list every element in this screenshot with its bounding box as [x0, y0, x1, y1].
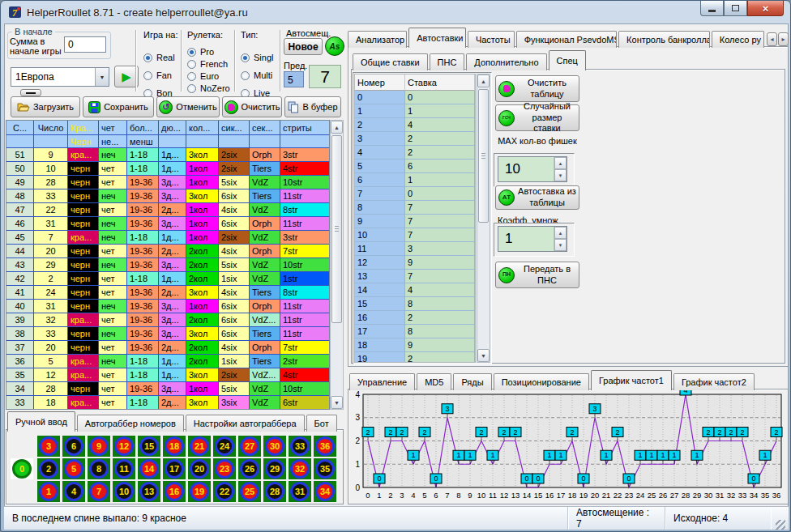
bet-table-row[interactable]: 70 [355, 187, 475, 201]
bet-table-row[interactable]: 56 [355, 160, 475, 173]
input-tab-0[interactable]: Ручной ввод [7, 411, 75, 432]
roulette-number-3[interactable]: 3 [37, 436, 60, 457]
roulette-number-30[interactable]: 30 [263, 436, 286, 457]
chart-tab-4[interactable]: График частот1 [591, 370, 672, 390]
roulette-number-15[interactable]: 15 [138, 436, 160, 457]
roulette-number-12[interactable]: 12 [113, 436, 135, 457]
load-button[interactable]: Загрузить [11, 96, 80, 117]
table-row[interactable]: 4722чернчет19-362д...1кол4sixVdZ8str [6, 203, 329, 217]
table-row[interactable]: 3720чернчет19-362д...2кол4sixOrph7str [6, 341, 329, 355]
autobets-subtab-1[interactable]: ПНС [430, 53, 465, 70]
roulette-number-28[interactable]: 28 [263, 481, 286, 502]
table-row[interactable]: 4124чернчет19-362д...3кол4sixTiers8str [6, 286, 329, 300]
roulette-number-35[interactable]: 35 [314, 458, 336, 479]
roulette-number-9[interactable]: 9 [88, 436, 110, 457]
table-row[interactable]: 5010чернчет1-181д...1кол2sixTiers4str [6, 162, 329, 176]
tab-scroll-right-button[interactable]: ▸ [778, 32, 789, 46]
roulette-number-2[interactable]: 2 [37, 458, 60, 479]
input-tab-1[interactable]: Автограббер номеров [77, 415, 184, 432]
bet-table-row[interactable]: 113 [355, 242, 475, 256]
bet-table-row[interactable]: 42 [355, 146, 475, 160]
autobets-subtab-0[interactable]: Общие ставки [353, 53, 428, 70]
roulette-number-24[interactable]: 24 [213, 436, 236, 457]
chart-tab-0[interactable]: Управление [349, 373, 415, 390]
radio-singl[interactable]: Singl [241, 53, 273, 62]
analyzer-tab-5[interactable]: Колесо ру [712, 31, 764, 48]
chart-tab-2[interactable]: Ряды [453, 373, 491, 390]
input-tab-3[interactable]: Бот [306, 415, 337, 432]
title-bar[interactable]: 7 HelperRoullet 8.71 - create helperroul… [1, 1, 790, 23]
bet-table-row[interactable]: 178 [355, 325, 475, 338]
roulette-number-10[interactable]: 10 [113, 481, 135, 502]
chart-tab-3[interactable]: Позиционирование [494, 373, 589, 390]
roulette-number-23[interactable]: 23 [213, 458, 236, 479]
maximize-button[interactable] [724, 1, 747, 16]
roulette-number-31[interactable]: 31 [289, 481, 311, 502]
bet-table-row[interactable]: 129 [355, 256, 475, 270]
bet-table-row[interactable]: 97 [355, 215, 475, 228]
roulette-number-16[interactable]: 16 [163, 481, 186, 502]
analyzer-tab-3[interactable]: Функционал PsevdoMS [516, 31, 617, 48]
table-row[interactable]: 457кра...неч1-181д...1кол2sixVdZ3str [6, 231, 329, 245]
roulette-number-25[interactable]: 25 [238, 481, 261, 502]
copy-to-buffer-button[interactable]: В буфер [284, 96, 341, 117]
autobets-subtab-2[interactable]: Дополнительно [466, 53, 546, 70]
roulette-number-33[interactable]: 33 [289, 436, 311, 457]
max-chips-value[interactable]: 10 [498, 157, 554, 181]
scroll-thumb[interactable] [331, 135, 342, 323]
bet-table-row[interactable]: 61 [355, 173, 475, 187]
table-row[interactable]: 422чернчет1-181д...2кол1sixVdZ1str [6, 272, 329, 286]
scroll-down-button[interactable]: ▼ [477, 349, 490, 362]
stepper-down-button[interactable]: ▼ [554, 239, 567, 251]
bet-table-row[interactable]: 144 [355, 283, 475, 297]
roulette-number-1[interactable]: 1 [37, 481, 60, 502]
chart-tab-1[interactable]: MD5 [417, 373, 451, 390]
roulette-number-26[interactable]: 26 [238, 458, 261, 479]
radio-pro[interactable]: Pro [187, 47, 230, 57]
table-row[interactable]: 3932кра...чет19-363д...2кол6sixVdZ...11s… [6, 313, 329, 327]
send-to-pns-button[interactable]: ПН Передать в ПНС [495, 262, 579, 288]
table-row[interactable]: 4031черннеч19-363д...1кол6sixOrph11str [6, 300, 329, 313]
coef-stepper[interactable]: 1 ▲▼ [498, 226, 567, 252]
game-select[interactable]: 1Европа ▼ [11, 67, 109, 87]
radio-fan[interactable]: Fan [143, 70, 177, 80]
scroll-up-button[interactable]: ▲ [331, 121, 343, 134]
start-sum-input[interactable] [64, 36, 106, 53]
bet-table-row[interactable]: 189 [355, 338, 475, 352]
roulette-number-34[interactable]: 34 [314, 481, 336, 502]
roulette-number-32[interactable]: 32 [289, 458, 311, 479]
roulette-number-36[interactable]: 36 [314, 436, 336, 457]
roulette-number-14[interactable]: 14 [138, 458, 160, 479]
roulette-number-19[interactable]: 19 [188, 481, 211, 502]
table-row[interactable]: 3428чернчет19-363д...1кол5sixVdZ10str [6, 382, 329, 396]
bet-table-row[interactable]: 87 [355, 201, 475, 215]
roulette-number-21[interactable]: 21 [188, 436, 211, 457]
table-row[interactable]: 3833черннеч19-363д...3кол6sixTiers11str [6, 327, 329, 341]
roulette-number-0[interactable]: 0 [11, 458, 33, 479]
tab-scroll-left-button[interactable]: ◂ [767, 32, 777, 46]
bet-table-scrollbar[interactable]: ▲ ▼ [477, 74, 490, 363]
bet-table-row[interactable]: 158 [355, 297, 475, 311]
radio-multi[interactable]: Multi [241, 70, 273, 80]
new-button[interactable]: Новое [284, 38, 323, 55]
bet-table-row[interactable]: 32 [355, 132, 475, 146]
roulette-number-13[interactable]: 13 [138, 481, 160, 502]
coef-value[interactable]: 1 [498, 227, 554, 251]
table-row[interactable]: 3512кра...чет1-181д...3кол2sixVdZ...4str [6, 368, 329, 382]
autobet-from-table-button[interactable]: АТ Автоставка из таблицы [495, 185, 579, 210]
table-row[interactable]: 4631черннеч19-363д...1кол6sixOrph11str [6, 217, 329, 231]
analyzer-tab-4[interactable]: Контроль банкролла [618, 31, 710, 48]
roulette-number-7[interactable]: 7 [88, 481, 110, 502]
autoshift-as-icon[interactable]: As [325, 36, 344, 56]
bet-table-row[interactable]: 107 [355, 228, 475, 242]
roulette-number-20[interactable]: 20 [188, 458, 211, 479]
roulette-number-8[interactable]: 8 [88, 458, 110, 479]
stepper-down-button[interactable]: ▼ [554, 169, 567, 181]
table-row[interactable]: 4329черннеч19-363д...2кол5sixVdZ10str [6, 258, 329, 272]
roulette-number-17[interactable]: 17 [163, 458, 186, 479]
random-bet-size-button[interactable]: ГСЧ Случайный размер ставки [495, 104, 579, 131]
close-button[interactable]: × [747, 1, 784, 16]
scroll-up-button[interactable]: ▲ [477, 74, 490, 87]
table-row[interactable]: 3318кра...чет1-182д...3кол3sixVdZ6str [6, 396, 329, 410]
chart-tab-5[interactable]: График частот2 [673, 373, 755, 390]
